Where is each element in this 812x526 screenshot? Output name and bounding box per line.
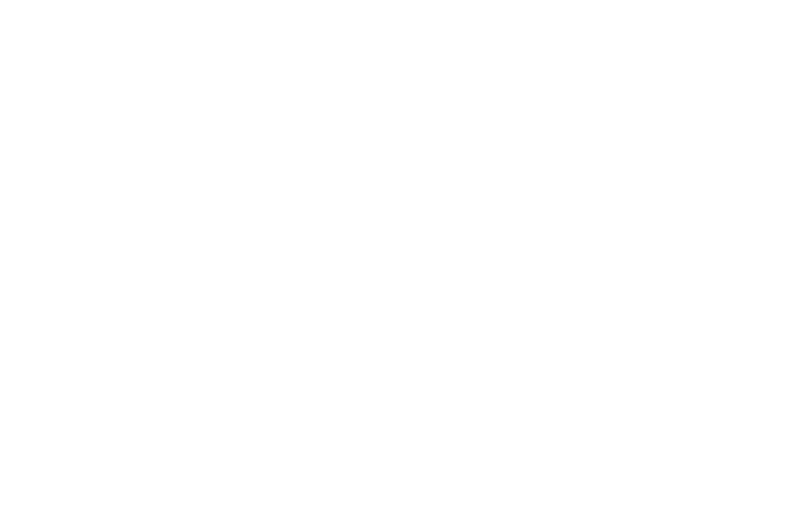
diagram-stage	[0, 0, 812, 526]
git-graph-svg	[0, 0, 812, 526]
